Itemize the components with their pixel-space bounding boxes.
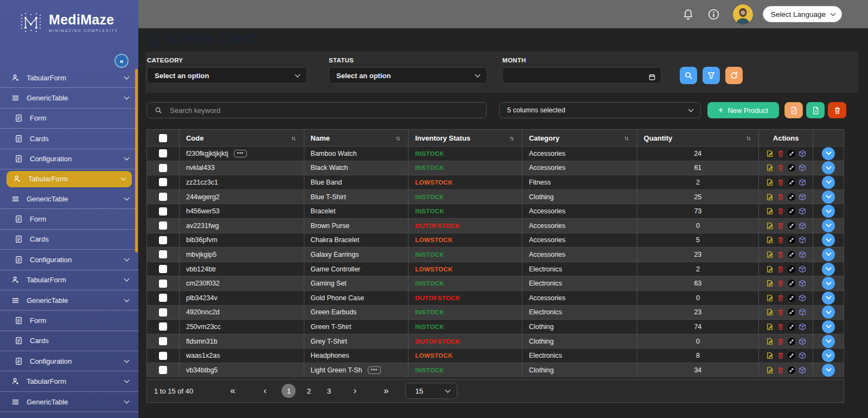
row-expand-button[interactable]: [822, 219, 835, 232]
edit-icon[interactable]: [766, 366, 774, 374]
overflow-icon[interactable]: •••: [234, 150, 247, 157]
cube-icon[interactable]: [799, 308, 806, 316]
row-expand-button[interactable]: [822, 320, 835, 333]
row-checkbox[interactable]: [159, 178, 167, 186]
last-page-button[interactable]: »: [380, 385, 392, 396]
delete-icon[interactable]: [777, 323, 784, 331]
delete-icon[interactable]: [777, 352, 784, 359]
sidebar-item-tabularform[interactable]: TabularForm: [0, 270, 138, 290]
cube-icon[interactable]: [799, 236, 806, 244]
sort-icon[interactable]: ↑↓: [509, 135, 515, 141]
overflow-icon[interactable]: •••: [368, 366, 381, 374]
sidebar-item-generictable[interactable]: GenericTable: [0, 88, 138, 108]
sidebar-collapse-button[interactable]: «: [114, 54, 129, 68]
edit-icon[interactable]: [766, 251, 774, 258]
sidebar-item-configuration[interactable]: Configuration: [0, 351, 138, 371]
cube-icon[interactable]: [799, 251, 806, 258]
sidebar-item-form[interactable]: Form: [0, 311, 138, 331]
select-all-checkbox[interactable]: [159, 134, 167, 142]
new-product-button[interactable]: + New Product: [707, 102, 779, 118]
maximize-icon[interactable]: [788, 164, 795, 172]
filter-button[interactable]: [703, 67, 720, 84]
sidebar-item-cards[interactable]: Cards: [0, 331, 138, 351]
sidebar-item-cards[interactable]: Cards: [0, 230, 138, 250]
row-expand-button[interactable]: [822, 263, 835, 276]
maximize-icon[interactable]: [788, 236, 795, 244]
delete-icon[interactable]: [777, 207, 784, 215]
sidebar-item-tabularform[interactable]: TabularForm: [0, 68, 138, 88]
export-pdf-button[interactable]: P: [784, 102, 803, 118]
sidebar-item-form[interactable]: Form: [0, 209, 138, 229]
page-size-select[interactable]: 15: [405, 383, 457, 399]
column-header-quantity[interactable]: Quantity↑↓: [637, 130, 760, 146]
cube-icon[interactable]: [799, 352, 806, 359]
delete-icon[interactable]: [777, 251, 784, 258]
maximize-icon[interactable]: [788, 207, 795, 215]
notifications-bell-icon[interactable]: [682, 8, 694, 21]
edit-icon[interactable]: [766, 294, 774, 302]
sidebar-item-generictable[interactable]: GenericTable: [0, 290, 138, 311]
column-header-inventory-status[interactable]: Inventory Status↑↓: [409, 130, 522, 146]
column-header-code[interactable]: Code↑↓: [180, 130, 304, 146]
edit-icon[interactable]: [766, 222, 774, 230]
edit-icon[interactable]: [766, 352, 774, 359]
row-checkbox[interactable]: [159, 352, 167, 360]
row-checkbox[interactable]: [159, 250, 167, 258]
row-expand-button[interactable]: [822, 248, 835, 261]
row-checkbox[interactable]: [159, 337, 167, 345]
row-expand-button[interactable]: [822, 176, 835, 189]
column-header-category[interactable]: Category↑↓: [522, 130, 637, 146]
maximize-icon[interactable]: [788, 179, 795, 186]
row-expand-button[interactable]: [822, 147, 835, 160]
sidebar-item-cards[interactable]: Cards: [0, 129, 138, 149]
row-checkbox[interactable]: [159, 280, 167, 288]
maximize-icon[interactable]: [788, 294, 795, 302]
column-header-name[interactable]: Name↑↓: [304, 130, 409, 146]
maximize-icon[interactable]: [788, 338, 795, 345]
cube-icon[interactable]: [799, 338, 806, 345]
cube-icon[interactable]: [799, 366, 806, 374]
row-expand-button[interactable]: [822, 205, 835, 218]
edit-icon[interactable]: [766, 323, 774, 331]
sort-icon[interactable]: ↑↓: [746, 135, 752, 141]
cube-icon[interactable]: [799, 280, 806, 287]
maximize-icon[interactable]: [788, 251, 795, 258]
sidebar-item-tabularform[interactable]: TabularForm: [0, 371, 138, 391]
row-expand-button[interactable]: [822, 349, 835, 362]
export-excel-button[interactable]: X: [806, 102, 825, 118]
page-button-3[interactable]: 3: [322, 384, 336, 398]
first-page-button[interactable]: «: [227, 385, 238, 396]
refresh-button[interactable]: [725, 67, 743, 84]
columns-select[interactable]: 5 columns selected: [499, 102, 701, 118]
maximize-icon[interactable]: [788, 352, 795, 359]
cube-icon[interactable]: [799, 265, 806, 273]
sidebar-item-configuration[interactable]: Configuration: [0, 149, 138, 169]
sidebar-item-form[interactable]: Form: [0, 109, 138, 129]
row-checkbox[interactable]: [159, 265, 167, 273]
maximize-icon[interactable]: [788, 193, 795, 201]
row-checkbox[interactable]: [159, 207, 167, 216]
edit-icon[interactable]: [766, 207, 774, 215]
cube-icon[interactable]: [799, 150, 806, 157]
delete-icon[interactable]: [777, 164, 784, 172]
edit-icon[interactable]: [766, 265, 774, 273]
delete-icon[interactable]: [777, 338, 784, 345]
cube-icon[interactable]: [799, 294, 806, 302]
delete-icon[interactable]: [777, 150, 784, 157]
user-avatar[interactable]: [733, 4, 753, 24]
category-select[interactable]: Select an option: [147, 67, 307, 84]
row-checkbox[interactable]: [159, 294, 167, 302]
page-button-2[interactable]: 2: [302, 384, 316, 398]
edit-icon[interactable]: [766, 338, 774, 345]
sort-icon[interactable]: ↑↓: [395, 135, 401, 141]
edit-icon[interactable]: [766, 308, 774, 316]
delete-icon[interactable]: [777, 294, 784, 302]
maximize-icon[interactable]: [788, 280, 795, 287]
cube-icon[interactable]: [799, 207, 806, 215]
edit-icon[interactable]: [766, 150, 774, 157]
row-expand-button[interactable]: [822, 191, 835, 204]
search-filter-button[interactable]: [680, 67, 697, 84]
sidebar-item-generictable[interactable]: GenericTable: [0, 189, 138, 209]
row-checkbox[interactable]: [159, 322, 167, 331]
sidebar-scrollbar[interactable]: [135, 69, 138, 252]
